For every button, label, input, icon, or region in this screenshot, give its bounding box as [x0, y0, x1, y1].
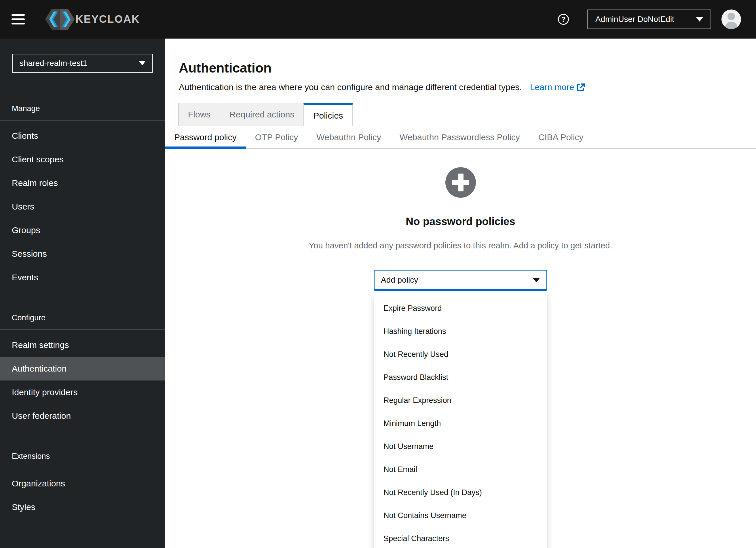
- sidebar: shared-realm-test1 Manage ClientsClient …: [0, 39, 165, 548]
- sidebar-item[interactable]: User federation: [0, 404, 165, 428]
- nav-list-extensions: OrganizationsStyles: [0, 468, 165, 519]
- sidebar-item[interactable]: Clients: [0, 124, 165, 148]
- tabs: FlowsRequired actionsPolicies: [178, 103, 353, 126]
- brand-text: KEYCLOAK: [75, 13, 140, 25]
- nav-section-title: Manage: [0, 93, 165, 120]
- help-icon[interactable]: ?: [558, 14, 569, 25]
- sidebar-item[interactable]: Client scopes: [0, 148, 165, 171]
- nav-section-title: Extensions: [0, 441, 165, 468]
- empty-state-description: You haven't added any password policies …: [309, 241, 612, 250]
- subtab[interactable]: Webauthn Policy: [307, 126, 390, 148]
- nav-list-manage: ClientsClient scopesRealm rolesUsersGrou…: [0, 121, 165, 289]
- subtab[interactable]: OTP Policy: [246, 126, 307, 148]
- sidebar-item[interactable]: Styles: [0, 495, 165, 519]
- user-menu-label: AdminUser DoNotEdit: [595, 15, 674, 24]
- sidebar-item[interactable]: Authentication: [0, 357, 165, 380]
- masthead: KEYCLOAK ? AdminUser DoNotEdit: [0, 0, 756, 39]
- empty-state: No password policies You haven't added a…: [165, 149, 756, 548]
- nav-section-extensions: Extensions OrganizationsStyles: [0, 441, 165, 519]
- policy-subtabs: Password policyOTP PolicyWebauthn Policy…: [165, 126, 756, 149]
- sidebar-item[interactable]: Realm settings: [0, 333, 165, 357]
- external-link-icon: [576, 83, 585, 92]
- policy-menu-item[interactable]: Not Recently Used (In Days): [374, 481, 547, 504]
- subtab[interactable]: Password policy: [165, 126, 246, 148]
- tab[interactable]: Required actions: [220, 103, 303, 126]
- realm-selector[interactable]: shared-realm-test1: [12, 54, 153, 73]
- sidebar-item[interactable]: Organizations: [0, 472, 165, 495]
- tabs-filler: [353, 103, 756, 126]
- policy-menu-item[interactable]: Not Contains Username: [374, 504, 547, 527]
- nav-list-configure: Realm settingsAuthenticationIdentity pro…: [0, 330, 165, 428]
- subtab[interactable]: Webauthn Passwordless Policy: [390, 126, 529, 148]
- page-description: Authentication is the area where you can…: [179, 82, 522, 93]
- keycloak-logo: KEYCLOAK: [43, 7, 140, 32]
- user-menu-dropdown[interactable]: AdminUser DoNotEdit: [587, 9, 711, 29]
- policy-menu-item[interactable]: Special Characters: [374, 527, 547, 548]
- sidebar-item[interactable]: Events: [0, 266, 165, 289]
- nav-section-configure: Configure Realm settingsAuthenticationId…: [0, 302, 165, 428]
- policy-menu-item[interactable]: Not Username: [374, 435, 547, 458]
- tab[interactable]: Policies: [303, 103, 353, 126]
- add-policy-dropdown[interactable]: Add policy: [374, 270, 547, 291]
- sidebar-item[interactable]: Identity providers: [0, 380, 165, 404]
- add-circle-icon: [445, 167, 476, 198]
- page-title: Authentication: [179, 60, 756, 75]
- caret-down-icon: [533, 278, 540, 282]
- nav-section-manage: Manage ClientsClient scopesRealm rolesUs…: [0, 93, 165, 289]
- policy-menu: Expire PasswordHashing IterationsNot Rec…: [374, 293, 547, 548]
- hamburger-menu-icon[interactable]: [12, 14, 25, 24]
- avatar[interactable]: [721, 9, 741, 29]
- policy-menu-item[interactable]: Expire Password: [374, 297, 547, 320]
- main-content: Authentication Authentication is the are…: [165, 39, 756, 548]
- sidebar-item[interactable]: Realm roles: [0, 171, 165, 195]
- caret-down-icon: [696, 17, 703, 22]
- policy-menu-item[interactable]: Hashing Iterations: [374, 320, 547, 343]
- policy-menu-item[interactable]: Regular Expression: [374, 389, 547, 412]
- sidebar-item[interactable]: Groups: [0, 218, 165, 242]
- policy-menu-item[interactable]: Not Recently Used: [374, 343, 547, 366]
- tab[interactable]: Flows: [178, 103, 220, 126]
- sidebar-item[interactable]: Sessions: [0, 242, 165, 266]
- nav-section-title: Configure: [0, 302, 165, 329]
- realm-selector-value: shared-realm-test1: [20, 59, 87, 68]
- sidebar-item[interactable]: Users: [0, 195, 165, 218]
- policy-menu-item[interactable]: Password Blacklist: [374, 366, 547, 389]
- add-policy-label: Add policy: [381, 275, 418, 285]
- policy-menu-item[interactable]: Not Email: [374, 458, 547, 481]
- empty-state-title: No password policies: [406, 216, 515, 228]
- learn-more-link[interactable]: Learn more: [530, 82, 585, 93]
- policy-menu-item[interactable]: Minimum Length: [374, 412, 547, 435]
- caret-down-icon: [139, 61, 145, 65]
- tabs-bar: FlowsRequired actionsPolicies: [165, 103, 756, 126]
- subtab[interactable]: CIBA Policy: [529, 126, 593, 148]
- keycloak-logo-icon: [43, 7, 77, 32]
